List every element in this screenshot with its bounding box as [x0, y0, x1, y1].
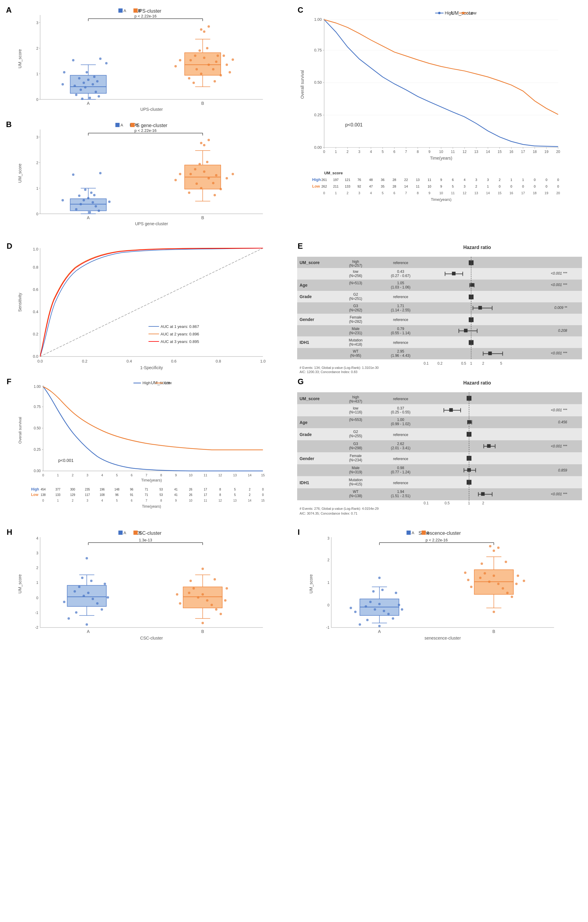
svg-text:Age: Age: [299, 283, 307, 288]
svg-text:Hazard ratio: Hazard ratio: [463, 245, 491, 250]
svg-point-116: [93, 194, 95, 196]
svg-point-29: [75, 94, 77, 96]
svg-text:9: 9: [428, 150, 431, 154]
svg-point-597: [75, 611, 77, 614]
svg-text:Overall survival: Overall survival: [300, 70, 304, 99]
svg-text:3: 3: [87, 473, 88, 477]
svg-text:0.6: 0.6: [171, 359, 176, 363]
svg-text:<0.001 ***: <0.001 ***: [550, 271, 567, 276]
svg-text:A: A: [412, 531, 414, 535]
svg-point-47: [63, 71, 65, 74]
svg-rect-551: [481, 492, 484, 495]
svg-text:p<0.001: p<0.001: [345, 122, 363, 128]
svg-text:CSC-cluster: CSC-cluster: [140, 636, 163, 641]
svg-text:2: 2: [327, 558, 329, 562]
svg-text:0.8: 0.8: [33, 265, 38, 270]
svg-point-123: [90, 191, 92, 194]
svg-text:0.37: 0.37: [397, 406, 404, 410]
svg-text:4: 4: [463, 178, 465, 181]
svg-text:High: High: [31, 487, 39, 491]
svg-point-155: [462, 12, 464, 14]
svg-text:1: 1: [468, 501, 470, 505]
svg-text:0: 0: [510, 185, 512, 188]
svg-text:-1: -1: [35, 611, 39, 615]
svg-text:6: 6: [393, 191, 395, 195]
svg-text:<0.001 ***: <0.001 ***: [550, 283, 567, 287]
svg-point-132: [198, 163, 201, 165]
svg-point-115: [78, 195, 80, 197]
svg-point-58: [203, 57, 205, 59]
svg-rect-519: [487, 444, 490, 448]
svg-point-602: [67, 617, 70, 620]
svg-point-623: [224, 599, 226, 602]
svg-text:2: 2: [249, 488, 250, 491]
panel-h: H CSC-cluster A B UM_score -2 -1 0 1: [3, 525, 294, 646]
svg-text:197: 197: [333, 178, 338, 181]
svg-point-69: [219, 74, 222, 77]
svg-text:1-Specificity: 1-Specificity: [140, 365, 163, 370]
svg-text:5: 5: [116, 499, 118, 502]
svg-point-622: [179, 602, 181, 605]
svg-text:(1.51 - 2.51): (1.51 - 2.51): [391, 494, 410, 498]
svg-text:A: A: [121, 123, 123, 128]
svg-text:AUC at 2 years: 0.896: AUC at 2 years: 0.896: [160, 332, 199, 336]
svg-point-656: [374, 608, 376, 611]
svg-text:6: 6: [131, 473, 132, 477]
svg-text:1.00: 1.00: [34, 384, 41, 389]
svg-rect-631: [421, 531, 426, 535]
svg-text:0.2: 0.2: [82, 359, 87, 363]
svg-point-680: [488, 580, 490, 583]
svg-point-600: [63, 601, 65, 603]
svg-text:reference: reference: [393, 481, 408, 485]
svg-text:3: 3: [475, 178, 477, 181]
svg-point-693: [467, 579, 469, 581]
svg-line-288: [40, 248, 263, 356]
svg-text:14: 14: [248, 473, 252, 477]
svg-point-75: [174, 65, 177, 67]
svg-text:235: 235: [85, 488, 90, 491]
svg-text:0.50: 0.50: [34, 426, 41, 430]
svg-point-681: [493, 574, 495, 577]
panel-c: C UM_score High Low 0.00 0.25: [294, 3, 585, 239]
svg-point-692: [517, 574, 519, 577]
svg-text:(0.99 - 1.02): (0.99 - 1.02): [391, 422, 410, 426]
svg-text:Gender: Gender: [299, 317, 314, 322]
svg-point-109: [80, 203, 82, 205]
svg-text:(N=231): (N=231): [349, 331, 362, 335]
svg-text:0: 0: [42, 499, 44, 502]
svg-point-67: [193, 82, 195, 84]
svg-text:0.00: 0.00: [314, 145, 322, 150]
svg-point-620: [189, 580, 192, 582]
svg-text:0.79: 0.79: [397, 327, 404, 331]
svg-point-130: [189, 173, 192, 175]
svg-text:0.43: 0.43: [397, 270, 404, 274]
svg-text:6: 6: [393, 150, 395, 154]
svg-text:p < 2.22e-16: p < 2.22e-16: [135, 14, 157, 18]
svg-text:20: 20: [556, 191, 560, 195]
svg-text:(N=418): (N=418): [349, 342, 362, 347]
svg-text:14: 14: [486, 150, 490, 154]
svg-text:1.00: 1.00: [314, 17, 322, 22]
svg-text:Low: Low: [469, 11, 477, 15]
svg-point-147: [207, 139, 210, 141]
svg-text:2: 2: [36, 566, 39, 570]
svg-text:0: 0: [534, 185, 536, 188]
svg-text:0.1: 0.1: [424, 501, 429, 505]
svg-text:53: 53: [160, 488, 163, 491]
svg-point-696: [497, 546, 500, 549]
svg-text:B: B: [201, 101, 204, 106]
svg-text:0.4: 0.4: [33, 309, 38, 314]
svg-text:Mutation: Mutation: [349, 478, 363, 482]
svg-point-44: [72, 59, 74, 61]
svg-text:(N=116): (N=116): [349, 410, 362, 414]
svg-text:6: 6: [131, 499, 132, 502]
svg-text:G3: G3: [353, 304, 358, 308]
svg-text:High: High: [142, 381, 150, 385]
svg-point-118: [72, 173, 74, 176]
panel-g-chart: Hazard ratio UM_score high (N=437) refer…: [297, 378, 582, 525]
svg-text:15: 15: [261, 499, 265, 502]
svg-text:13: 13: [474, 191, 478, 195]
svg-text:129: 129: [70, 493, 75, 497]
svg-text:8: 8: [219, 493, 221, 497]
panel-c-chart: UM_score High Low 0.00 0.25 0.50: [297, 6, 582, 235]
